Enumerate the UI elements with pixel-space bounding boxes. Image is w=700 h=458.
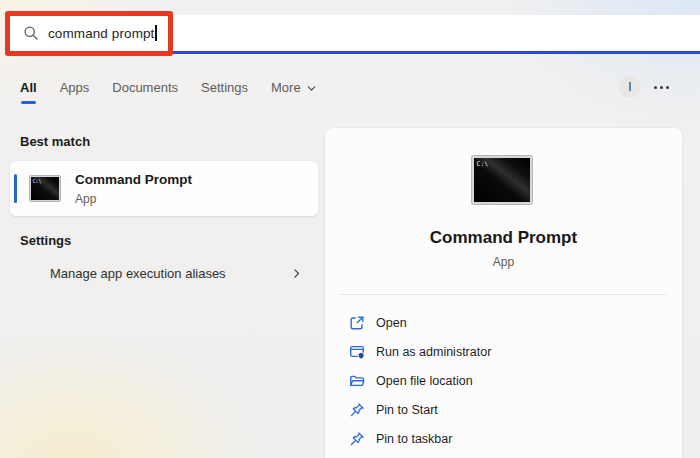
tab-documents[interactable]: Documents xyxy=(112,80,178,95)
windows-search-flyout: command prompt All Apps Documents Settin… xyxy=(0,0,700,458)
search-filter-tabs: All Apps Documents Settings More xyxy=(20,80,317,95)
open-external-icon xyxy=(349,315,365,331)
pin-icon xyxy=(349,402,365,418)
result-title: Command Prompt xyxy=(75,172,192,187)
section-label-best-match: Best match xyxy=(20,134,90,149)
command-prompt-icon: C:\ xyxy=(29,175,61,202)
best-match-result[interactable]: C:\ Command Prompt App xyxy=(10,161,318,216)
chevron-right-icon xyxy=(290,267,303,280)
preview-panel: C:\ Command Prompt App Open Run as admin… xyxy=(325,128,682,458)
preview-title: Command Prompt xyxy=(325,228,682,248)
action-open-file-location[interactable]: Open file location xyxy=(325,366,682,395)
settings-result-label: Manage app execution aliases xyxy=(50,266,226,281)
command-prompt-icon: C:\ xyxy=(471,155,533,205)
action-label: Open xyxy=(376,316,407,330)
tab-more-label: More xyxy=(271,80,301,95)
tab-all[interactable]: All xyxy=(20,80,37,95)
action-label: Pin to taskbar xyxy=(376,432,452,446)
action-label: Open file location xyxy=(376,374,473,388)
more-options-icon[interactable] xyxy=(654,86,669,89)
action-label: Run as administrator xyxy=(376,345,491,359)
tab-more[interactable]: More xyxy=(271,80,317,95)
folder-icon xyxy=(349,373,365,389)
run-as-admin-icon xyxy=(349,344,365,360)
section-label-settings: Settings xyxy=(20,233,71,248)
pin-icon xyxy=(349,431,365,447)
tab-settings[interactable]: Settings xyxy=(201,80,248,95)
chevron-down-icon xyxy=(306,83,317,94)
selection-accent-bar xyxy=(14,174,17,203)
preview-subtitle: App xyxy=(325,255,682,269)
svg-text:C:\: C:\ xyxy=(33,178,42,184)
tab-apps[interactable]: Apps xyxy=(60,80,90,95)
action-label: Pin to Start xyxy=(376,403,438,417)
action-pin-to-start[interactable]: Pin to Start xyxy=(325,395,682,424)
annotation-red-box xyxy=(5,11,173,56)
action-open[interactable]: Open xyxy=(325,308,682,337)
action-pin-to-taskbar[interactable]: Pin to taskbar xyxy=(325,424,682,453)
action-run-as-administrator[interactable]: Run as administrator xyxy=(325,337,682,366)
settings-result-manage-aliases[interactable]: Manage app execution aliases xyxy=(10,259,318,289)
svg-text:C:\: C:\ xyxy=(477,160,489,168)
user-avatar[interactable]: I xyxy=(619,76,641,98)
result-subtitle: App xyxy=(75,192,96,206)
divider xyxy=(340,294,667,295)
